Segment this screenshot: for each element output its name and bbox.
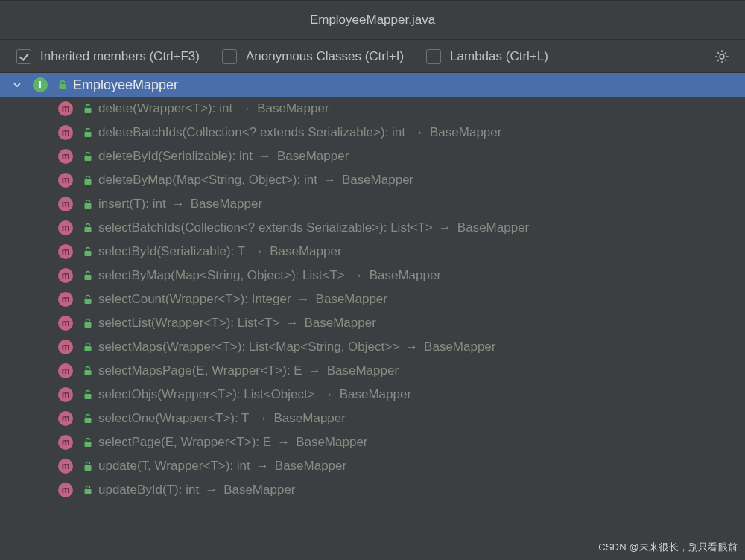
inherited-from: BaseMapper — [316, 292, 387, 307]
method-icon: m — [58, 220, 73, 235]
window-title: EmployeeMapper.java — [0, 0, 745, 40]
svg-rect-6 — [85, 203, 92, 209]
svg-rect-13 — [85, 370, 92, 375]
method-row[interactable]: mselectBatchIds(Collection<? extends Ser… — [0, 216, 745, 240]
svg-rect-5 — [85, 179, 92, 185]
inherited-from: BaseMapper — [430, 125, 501, 140]
inherited-from: BaseMapper — [457, 220, 529, 235]
tree-root[interactable]: I EmployeeMapper — [0, 73, 745, 97]
svg-rect-3 — [85, 132, 92, 137]
inherited-from: BaseMapper — [340, 387, 411, 402]
checkbox-icon — [16, 49, 31, 64]
inherited-from: BaseMapper — [224, 483, 295, 497]
arrow-right-icon: → — [439, 220, 451, 235]
method-icon: m — [58, 244, 73, 259]
method-signature: insert(T): int — [98, 197, 166, 211]
filter-anonymous-label: Anonymous Classes (Ctrl+I) — [246, 49, 404, 64]
method-signature: deleteByMap(Map<String, Object>): int — [98, 173, 317, 188]
unlock-icon — [83, 175, 92, 185]
method-row[interactable]: mdelete(Wrapper<T>): int →BaseMapper — [0, 97, 745, 121]
unlock-icon — [83, 294, 92, 305]
method-signature: selectMaps(Wrapper<T>): List<Map<String,… — [98, 340, 399, 354]
inherited-from: BaseMapper — [304, 316, 375, 331]
arrow-right-icon: → — [259, 149, 271, 164]
arrow-right-icon: → — [277, 435, 290, 450]
inherited-from: BaseMapper — [275, 459, 346, 474]
method-row[interactable]: mupdate(T, Wrapper<T>): int →BaseMapper — [0, 454, 745, 478]
unlock-icon — [83, 342, 92, 352]
method-icon: m — [58, 363, 73, 378]
method-signature: update(T, Wrapper<T>): int — [98, 459, 250, 474]
method-icon: m — [58, 149, 73, 164]
method-row[interactable]: mselectObjs(Wrapper<T>): List<Object> →B… — [0, 383, 745, 407]
method-signature: delete(Wrapper<T>): int — [98, 101, 232, 116]
unlock-icon — [83, 270, 92, 281]
svg-rect-9 — [85, 275, 92, 280]
svg-rect-16 — [85, 442, 92, 447]
unlock-icon — [83, 127, 92, 138]
svg-rect-12 — [85, 346, 92, 351]
method-icon: m — [58, 197, 73, 211]
arrow-right-icon: → — [405, 340, 418, 354]
svg-rect-8 — [85, 251, 92, 256]
method-icon: m — [58, 483, 73, 497]
method-row[interactable]: mselectById(Serializable): T →BaseMapper — [0, 240, 745, 264]
method-row[interactable]: mselectOne(Wrapper<T>): T →BaseMapper — [0, 407, 745, 430]
method-row[interactable]: minsert(T): int →BaseMapper — [0, 192, 745, 216]
arrow-right-icon: → — [251, 244, 264, 259]
method-icon: m — [58, 316, 73, 331]
inherited-from: BaseMapper — [424, 340, 495, 354]
filter-lambdas[interactable]: Lambdas (Ctrl+L) — [426, 49, 548, 64]
svg-rect-2 — [85, 108, 92, 113]
svg-rect-15 — [85, 418, 92, 423]
method-row[interactable]: mselectList(Wrapper<T>): List<T> →BaseMa… — [0, 311, 745, 335]
method-row[interactable]: mselectPage(E, Wrapper<T>): E →BaseMappe… — [0, 430, 745, 454]
method-signature: updateById(T): int — [98, 483, 199, 497]
method-row[interactable]: mupdateById(T): int →BaseMapper — [0, 478, 745, 502]
checkbox-icon — [222, 49, 237, 64]
unlock-icon — [83, 223, 92, 233]
method-row[interactable]: mselectMaps(Wrapper<T>): List<Map<String… — [0, 335, 745, 359]
method-signature: deleteById(Serializable): int — [98, 149, 253, 164]
arrow-right-icon: → — [297, 292, 310, 307]
method-row[interactable]: mselectCount(Wrapper<T>): Integer →BaseM… — [0, 287, 745, 311]
arrow-right-icon: → — [411, 125, 424, 140]
method-row[interactable]: mselectByMap(Map<String, Object>): List<… — [0, 264, 745, 287]
method-signature: selectBatchIds(Collection<? extends Seri… — [98, 220, 433, 235]
method-icon: m — [58, 292, 73, 307]
unlock-icon — [83, 413, 92, 424]
inherited-from: BaseMapper — [274, 411, 346, 426]
method-signature: selectList(Wrapper<T>): List<T> — [98, 316, 279, 331]
arrow-right-icon: → — [256, 459, 269, 474]
filter-inherited[interactable]: Inherited members (Ctrl+F3) — [16, 49, 200, 64]
gear-icon[interactable] — [714, 48, 730, 65]
unlock-icon — [83, 246, 92, 257]
checkbox-icon — [426, 49, 441, 64]
filter-anonymous[interactable]: Anonymous Classes (Ctrl+I) — [222, 49, 404, 64]
unlock-icon — [83, 366, 92, 376]
method-row[interactable]: mdeleteBatchIds(Collection<? extends Ser… — [0, 121, 745, 144]
inherited-from: BaseMapper — [270, 244, 341, 259]
method-icon: m — [58, 125, 73, 140]
method-signature: selectPage(E, Wrapper<T>): E — [98, 435, 271, 450]
method-row[interactable]: mselectMapsPage(E, Wrapper<T>): E →BaseM… — [0, 359, 745, 383]
watermark: CSDN @未来很长，别只看眼前 — [598, 541, 738, 554]
method-row[interactable]: mdeleteById(Serializable): int →BaseMapp… — [0, 144, 745, 168]
method-icon: m — [58, 411, 73, 426]
method-signature: selectOne(Wrapper<T>): T — [98, 411, 250, 426]
svg-rect-17 — [85, 465, 92, 471]
method-signature: selectById(Serializable): T — [98, 244, 245, 259]
inherited-from: BaseMapper — [327, 363, 399, 378]
svg-rect-18 — [85, 489, 92, 494]
arrow-right-icon: → — [323, 173, 336, 188]
unlock-icon — [83, 485, 92, 495]
method-icon: m — [58, 173, 73, 188]
svg-rect-14 — [85, 394, 92, 399]
method-row[interactable]: mdeleteByMap(Map<String, Object>): int →… — [0, 168, 745, 192]
inherited-from: BaseMapper — [342, 173, 413, 188]
unlock-icon — [83, 389, 92, 400]
method-signature: selectByMap(Map<String, Object>): List<T… — [98, 268, 345, 283]
interface-icon: I — [33, 77, 48, 92]
root-name: EmployeeMapper — [73, 77, 178, 93]
method-signature: selectMapsPage(E, Wrapper<T>): E — [98, 363, 302, 378]
